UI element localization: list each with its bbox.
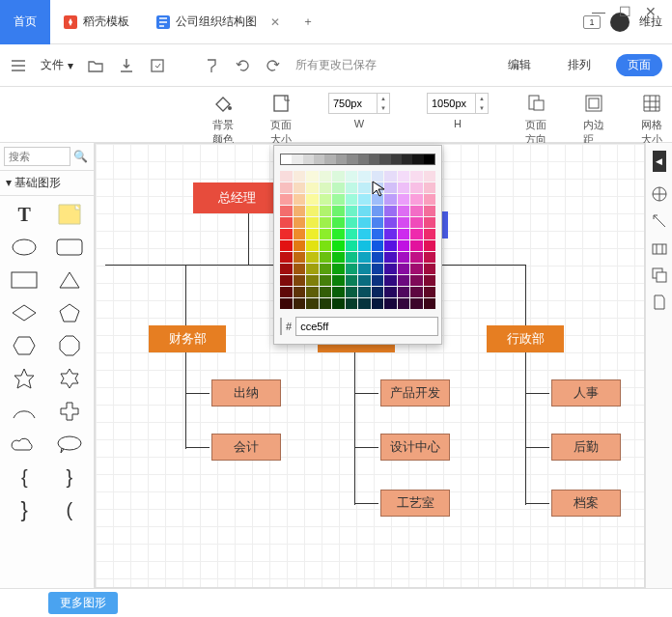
color-swatch[interactable] — [280, 298, 293, 309]
color-swatch[interactable] — [424, 217, 436, 228]
triangle-shape[interactable] — [49, 267, 91, 293]
margin-tool[interactable]: 内边距 — [574, 93, 614, 147]
org-d3c[interactable]: 档案 — [551, 490, 621, 517]
pentagon-shape[interactable] — [49, 300, 91, 325]
height-input[interactable] — [427, 93, 475, 114]
color-swatch[interactable] — [358, 287, 371, 297]
color-swatch[interactable] — [384, 252, 397, 263]
color-swatch[interactable] — [398, 206, 410, 216]
compass-icon[interactable] — [651, 185, 668, 203]
color-swatch[interactable] — [346, 240, 358, 251]
color-swatch[interactable] — [410, 252, 423, 263]
color-swatch[interactable] — [320, 229, 332, 239]
width-spinner[interactable]: ▲▼ — [377, 93, 390, 114]
color-swatch[interactable] — [306, 194, 319, 205]
color-swatch[interactable] — [358, 252, 371, 263]
color-swatch[interactable] — [398, 240, 410, 251]
color-swatch[interactable] — [320, 206, 332, 216]
color-swatch[interactable] — [410, 287, 423, 297]
color-swatch[interactable] — [398, 182, 410, 193]
org-dept3[interactable]: 行政部 — [487, 325, 564, 352]
color-swatch[interactable] — [398, 194, 410, 205]
color-swatch[interactable] — [280, 182, 293, 193]
ruler-icon[interactable] — [651, 212, 668, 230]
org-root[interactable]: 总经理 — [193, 182, 280, 213]
color-swatch[interactable] — [398, 298, 410, 309]
color-swatch[interactable] — [384, 264, 397, 274]
text-shape[interactable]: T — [4, 202, 45, 227]
arrange-mode-button[interactable]: 排列 — [556, 54, 602, 76]
color-swatch[interactable] — [424, 194, 436, 205]
gridsize-tool[interactable]: 网格大小 — [631, 93, 672, 147]
basic-shapes-header[interactable]: ▾ 基础图形 — [0, 171, 94, 196]
org-d2c[interactable]: 工艺室 — [380, 490, 450, 517]
color-swatch[interactable] — [294, 240, 306, 251]
color-swatch[interactable] — [358, 275, 371, 286]
maximize-icon[interactable]: ☐ — [619, 4, 631, 19]
color-swatch[interactable] — [294, 229, 306, 239]
org-d1b[interactable]: 会计 — [211, 434, 281, 461]
color-swatch[interactable] — [372, 298, 384, 309]
callout-shape[interactable] — [49, 432, 91, 457]
color-swatch[interactable] — [280, 194, 293, 205]
color-swatch[interactable] — [332, 298, 345, 309]
color-swatch[interactable] — [424, 298, 436, 309]
color-swatch[interactable] — [410, 194, 423, 205]
color-swatch[interactable] — [372, 252, 384, 263]
brace-left-shape[interactable]: { — [4, 464, 45, 490]
folder-icon[interactable] — [87, 57, 104, 74]
color-swatch[interactable] — [320, 252, 332, 263]
color-swatch[interactable] — [372, 171, 384, 182]
color-swatch[interactable] — [398, 217, 410, 228]
format-painter-icon[interactable] — [203, 57, 220, 74]
tab-home[interactable]: 首页 — [0, 0, 50, 44]
color-swatch[interactable] — [358, 264, 371, 274]
color-swatch[interactable] — [306, 264, 319, 274]
star-shape[interactable] — [4, 366, 45, 391]
color-swatch[interactable] — [384, 229, 397, 239]
color-swatch[interactable] — [280, 206, 293, 216]
color-swatch[interactable] — [294, 171, 306, 182]
color-swatch[interactable] — [332, 275, 345, 286]
hexagon-shape[interactable] — [4, 333, 45, 358]
color-swatch[interactable] — [372, 275, 384, 286]
star6-shape[interactable] — [49, 366, 91, 391]
color-swatch[interactable] — [384, 240, 397, 251]
color-swatch[interactable] — [372, 240, 384, 251]
color-swatch[interactable] — [294, 252, 306, 263]
color-swatch[interactable] — [320, 194, 332, 205]
page-icon[interactable] — [651, 294, 668, 311]
org-dept1[interactable]: 财务部 — [149, 325, 226, 352]
color-swatch[interactable] — [306, 217, 319, 228]
color-swatch[interactable] — [280, 229, 293, 239]
color-swatch[interactable] — [280, 171, 293, 182]
snap-icon[interactable] — [651, 239, 668, 257]
orient-tool[interactable]: 页面方向 — [516, 93, 556, 147]
color-swatch[interactable] — [410, 275, 423, 286]
color-swatch[interactable] — [332, 287, 345, 297]
color-swatch[interactable] — [346, 217, 358, 228]
color-swatch[interactable] — [332, 194, 345, 205]
color-swatch[interactable] — [384, 275, 397, 286]
color-swatch[interactable] — [410, 229, 423, 239]
color-swatch[interactable] — [424, 171, 436, 182]
color-swatch[interactable] — [332, 240, 345, 251]
color-swatch[interactable] — [424, 252, 436, 263]
color-swatch[interactable] — [306, 182, 319, 193]
color-swatch[interactable] — [358, 217, 371, 228]
color-swatch[interactable] — [372, 229, 384, 239]
color-swatch[interactable] — [346, 229, 358, 239]
color-swatch[interactable] — [372, 264, 384, 274]
org-d2a[interactable]: 产品开发 — [380, 379, 450, 407]
color-swatch[interactable] — [280, 264, 293, 274]
color-swatch[interactable] — [320, 264, 332, 274]
color-swatch[interactable] — [346, 264, 358, 274]
color-swatch[interactable] — [346, 275, 358, 286]
rect-shape[interactable] — [4, 267, 45, 293]
color-swatch[interactable] — [384, 298, 397, 309]
color-swatch[interactable] — [320, 298, 332, 309]
color-grid[interactable] — [280, 171, 435, 309]
color-swatch[interactable] — [332, 206, 345, 216]
color-swatch[interactable] — [280, 287, 293, 297]
color-swatch[interactable] — [384, 217, 397, 228]
